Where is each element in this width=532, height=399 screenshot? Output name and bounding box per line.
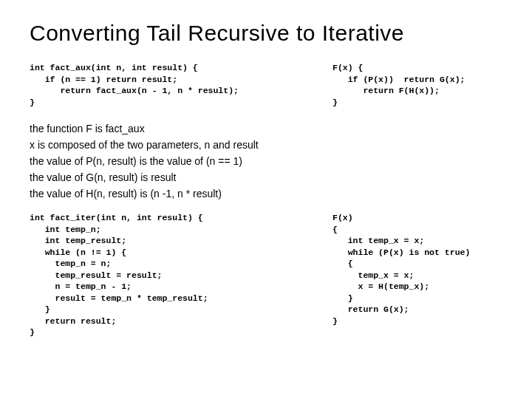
explain-line-2: x is composed of the two parameters, n a… [30, 137, 502, 153]
explanation-block: the function F is fact_aux x is composed… [30, 121, 502, 202]
explain-line-4: the value of G(n, result) is result [30, 170, 502, 185]
code-fact-aux: int fact_aux(int n, int result) { if (n … [30, 62, 318, 108]
explain-line-1: the function F is fact_aux [30, 121, 502, 137]
code-F-recursive: F(x) { if (P(x)) return G(x); return F(H… [332, 62, 502, 108]
code-fact-iter: int fact_iter(int n, int result) { int t… [30, 212, 318, 338]
explain-line-3: the value of P(n, result) is the value o… [30, 154, 502, 169]
code-F-iterative: F(x) { int temp_x = x; while (P(x) is no… [332, 212, 502, 327]
bottom-code-row: int fact_iter(int n, int result) { int t… [30, 212, 502, 338]
explain-line-5: the value of H(n, result) is (n -1, n * … [30, 186, 502, 202]
top-code-row: int fact_aux(int n, int result) { if (n … [30, 62, 502, 108]
page-title: Converting Tail Recursive to Iterative [30, 21, 502, 46]
